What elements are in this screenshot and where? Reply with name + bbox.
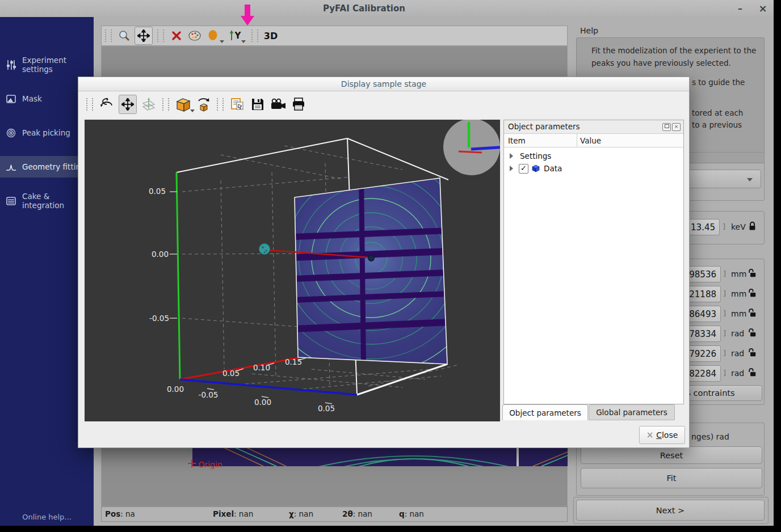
- plane-tool-button[interactable]: [140, 95, 157, 114]
- svg-text:-0.05: -0.05: [199, 390, 219, 399]
- lock-open-icon[interactable]: [748, 288, 757, 298]
- rotate-tool-button[interactable]: [98, 95, 115, 114]
- lock-open-icon[interactable]: [748, 328, 757, 337]
- svg-text:0.05: 0.05: [318, 404, 335, 413]
- lock-open-icon[interactable]: [748, 308, 757, 318]
- dialog-close-button[interactable]: × Close: [639, 426, 685, 444]
- orange-dot-icon: [208, 30, 218, 41]
- window-titlebar: PyFAI Calibration – ×: [0, 0, 774, 17]
- tree-row-data[interactable]: ✓ Data: [504, 162, 683, 175]
- unit-label: rad: [731, 349, 744, 358]
- object-parameters-panel: Object parameters × Item Value Settings …: [503, 120, 684, 404]
- beam-center-dot: [368, 255, 374, 261]
- spin-bracket: ]: [723, 222, 725, 231]
- close-panel-icon[interactable]: ×: [672, 123, 681, 131]
- next-button[interactable]: Next >: [576, 500, 765, 521]
- view-cube-button[interactable]: [174, 95, 191, 114]
- peak-curve-icon: [6, 162, 16, 172]
- close-button[interactable]: ×: [755, 2, 771, 15]
- spin-bracket: ]: [723, 349, 726, 357]
- toolbar-handle[interactable]: [86, 98, 93, 111]
- float-panel-icon[interactable]: [662, 123, 671, 131]
- toolbar-handle[interactable]: [217, 98, 224, 111]
- sidebar-item-experiment-settings[interactable]: Experiment settings: [0, 54, 94, 75]
- help-text-line: s to guide the: [692, 78, 745, 87]
- 3d-viewport[interactable]: 0.05 0.00 -0.05 0.05 0.10 0.15 0.00 -0.0…: [85, 120, 500, 421]
- mask-icon: [6, 94, 16, 104]
- blue-cube-icon: [531, 164, 540, 173]
- svg-text:0.10: 0.10: [253, 363, 270, 372]
- zoom-tool-button[interactable]: [116, 27, 132, 45]
- annotation-arrow-icon: [241, 5, 254, 26]
- origin-cross-icon: +: [187, 456, 197, 470]
- save-button[interactable]: [249, 95, 266, 114]
- dialog-toolbar: [78, 91, 689, 117]
- tab-global-parameters[interactable]: Global parameters: [589, 404, 675, 420]
- tree-row-settings[interactable]: Settings: [504, 150, 683, 162]
- rotate-icon: [99, 97, 114, 112]
- dialog-titlebar[interactable]: Display sample stage: [78, 77, 689, 91]
- palette-icon: [188, 30, 201, 41]
- print-button[interactable]: [290, 95, 307, 114]
- pan-tool-button[interactable]: [135, 27, 153, 45]
- toolbar-handle[interactable]: [162, 98, 169, 111]
- column-divider[interactable]: [577, 134, 577, 147]
- range-label-fragment: nges) rad: [691, 432, 729, 441]
- small-cube-rotate-icon: [195, 96, 211, 112]
- status-2theta: 2θ: nan: [342, 509, 372, 518]
- svg-text:0.00: 0.00: [152, 250, 169, 259]
- marker-style-button[interactable]: [205, 27, 221, 45]
- lock-open-icon[interactable]: [748, 348, 757, 357]
- visibility-checkbox[interactable]: ✓: [519, 164, 528, 174]
- red-x-icon: [171, 30, 182, 41]
- online-help-link[interactable]: Online help...: [0, 513, 94, 521]
- clear-button[interactable]: [169, 27, 184, 45]
- lock-open-icon[interactable]: [748, 268, 757, 278]
- spin-bracket: ]: [723, 329, 726, 337]
- cake-icon: [6, 196, 16, 206]
- status-bar: Pos: na Pixel: nan χ: nan 2θ: nan q: nan: [101, 506, 568, 522]
- toolbar-handle[interactable]: [105, 29, 112, 42]
- minimize-button[interactable]: –: [732, 2, 748, 15]
- unit-label: rad: [731, 369, 744, 378]
- status-q: q: nan: [399, 509, 424, 518]
- fit-button[interactable]: Fit: [581, 468, 762, 488]
- copy-snapshot-button[interactable]: [229, 95, 246, 114]
- y-axis-orientation-button[interactable]: Y: [226, 27, 242, 45]
- magnifier-icon: [118, 29, 131, 42]
- lock-open-icon[interactable]: [748, 368, 757, 377]
- svg-text:-0.05: -0.05: [149, 314, 169, 323]
- pan-tool-button[interactable]: [119, 95, 137, 114]
- chevron-down-icon: [241, 40, 246, 43]
- tree-column-header: Item Value: [504, 133, 683, 147]
- video-camera-icon: [270, 98, 287, 111]
- toolbar-handle[interactable]: [251, 29, 258, 42]
- sidebar-item-label: Peak picking: [22, 128, 70, 137]
- spin-bracket: ]: [723, 289, 726, 298]
- status-pos: Pos: na: [105, 509, 135, 518]
- colormap-button[interactable]: [187, 27, 203, 45]
- spin-bracket: ]: [723, 269, 726, 278]
- lock-closed-icon[interactable]: [748, 221, 757, 231]
- unit-label: mm: [731, 269, 746, 278]
- up-arrow-icon: [228, 30, 235, 41]
- chevron-down-icon: [190, 109, 195, 112]
- sidebar-item-label: Geometry fitting: [22, 162, 86, 171]
- chevron-down-icon: [220, 40, 224, 43]
- reset-button[interactable]: Reset: [581, 446, 762, 464]
- pan-arrows-icon: [121, 98, 134, 111]
- expand-arrow-icon[interactable]: [510, 166, 513, 171]
- spin-bracket: ]: [723, 369, 726, 377]
- sidebar-item-label: Experiment settings: [22, 56, 94, 74]
- clipboard-copy-icon: [230, 97, 245, 112]
- tab-object-parameters[interactable]: Object parameters: [502, 404, 588, 420]
- record-video-button[interactable]: [270, 95, 287, 114]
- expand-arrow-icon[interactable]: [510, 153, 513, 159]
- rotate-cube-button[interactable]: [195, 95, 212, 114]
- open-3d-view-button[interactable]: 3D: [263, 27, 279, 45]
- svg-text:0.00: 0.00: [254, 398, 271, 407]
- green-y-axis: [177, 172, 180, 379]
- svg-text:0.00: 0.00: [167, 385, 184, 394]
- column-item: Item: [508, 136, 526, 145]
- toolbar-handle[interactable]: [157, 29, 164, 42]
